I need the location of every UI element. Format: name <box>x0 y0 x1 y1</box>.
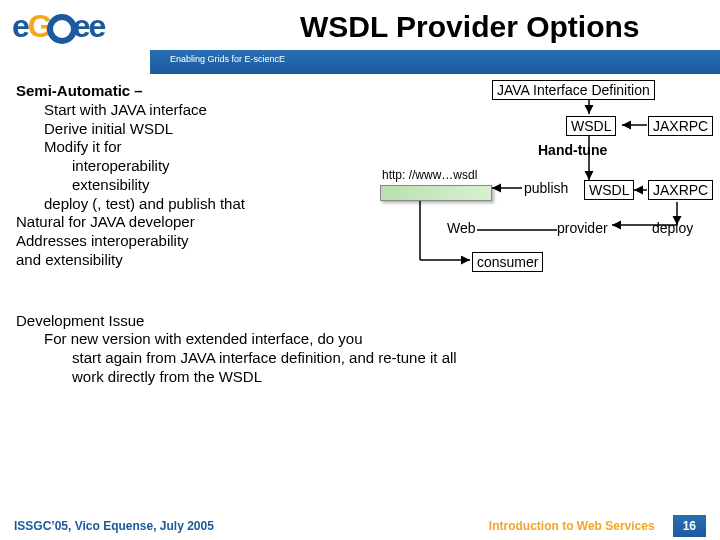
logo-circle-icon <box>47 14 77 44</box>
deploy-label: deploy <box>652 220 693 236</box>
flow-diagram: JAVA Interface Definition WSDL JAXRPC Ha… <box>352 80 712 290</box>
footer-left: ISSGC’05, Vico Equense, July 2005 <box>14 519 214 533</box>
wsdl-box-1: WSDL <box>566 116 616 136</box>
http-box <box>380 185 492 201</box>
footer: ISSGC’05, Vico Equense, July 2005 Introd… <box>0 512 720 540</box>
java-interface-def-box: JAVA Interface Definition <box>492 80 655 100</box>
egee-logo: eGee <box>12 8 142 54</box>
semi-heading: Semi-Automatic – <box>16 82 143 99</box>
footer-right: Introduction to Web Services <box>489 519 655 533</box>
footer-page: 16 <box>673 515 706 537</box>
http-label: http: //www…wsdl <box>382 168 477 182</box>
web-label: Web <box>447 220 476 236</box>
dev-line2: start again from JAVA interface definiti… <box>72 349 710 368</box>
hand-tune-label: Hand-tune <box>538 142 607 158</box>
dev-line1: For new version with extended interface,… <box>44 330 710 349</box>
wsdl-box-2: WSDL <box>584 180 634 200</box>
page-title: WSDL Provider Options <box>300 10 639 44</box>
provider-label: provider <box>557 220 608 236</box>
jaxrpc-box-2: JAXRPC <box>648 180 713 200</box>
dev-line3: work directly from the WSDL <box>72 368 710 387</box>
jaxrpc-box-1: JAXRPC <box>648 116 713 136</box>
consumer-box: consumer <box>472 252 543 272</box>
dev-heading: Development Issue <box>16 312 710 331</box>
logo-letter-e3: e <box>88 8 104 44</box>
tagline: Enabling Grids for E-sciencE <box>170 54 285 64</box>
header: eGee WSDL Provider Options Enabling Grid… <box>0 0 720 74</box>
logo-letter-e: e <box>12 8 28 44</box>
publish-label: publish <box>524 180 568 196</box>
